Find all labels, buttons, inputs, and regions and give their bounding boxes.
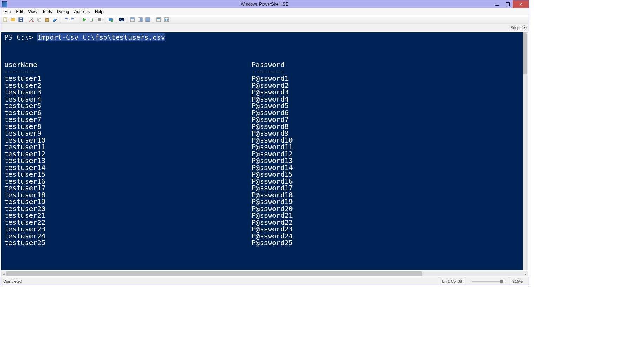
toolbar-separator: [26, 17, 26, 23]
zoom-slider[interactable]: [472, 281, 503, 282]
stop-icon[interactable]: [96, 16, 103, 23]
svg-rect-3: [20, 20, 22, 21]
titlebar: Windows PowerShell ISE: [0, 0, 529, 8]
script-pane-label: Script: [511, 26, 520, 30]
undo-icon[interactable]: [62, 16, 69, 23]
svg-rect-20: [146, 18, 150, 22]
toolbar-separator: [79, 17, 79, 23]
svg-rect-24: [165, 19, 166, 21]
svg-point-14: [111, 20, 113, 22]
clear-icon[interactable]: [51, 16, 58, 23]
console-pane[interactable]: PS C:\> Import-Csv C:\fso\testusers.csv …: [1, 32, 528, 270]
svg-rect-17: [130, 18, 134, 19]
zoom-level: 215%: [509, 277, 526, 285]
new-icon[interactable]: [2, 16, 9, 23]
svg-rect-12: [98, 18, 101, 21]
svg-rect-25: [167, 19, 168, 21]
cursor-position: Ln 1 Col 38: [439, 277, 466, 285]
console-prompt: PS C:\>: [4, 33, 37, 41]
scroll-right-arrow-icon[interactable]: ▸: [523, 271, 528, 276]
run-icon[interactable]: [81, 16, 88, 23]
toolbar-separator: [116, 17, 116, 23]
menu-view[interactable]: View: [26, 8, 40, 15]
svg-rect-19: [140, 18, 142, 22]
paste-icon[interactable]: [44, 16, 51, 23]
toolbar-separator: [105, 17, 105, 23]
save-icon[interactable]: [17, 16, 24, 23]
menu-addons[interactable]: Add-ons: [72, 8, 92, 15]
vertical-scrollbar[interactable]: [523, 32, 528, 270]
console-command-selected[interactable]: Import-Csv C:\fso\testusers.csv: [37, 33, 165, 41]
toolbar-separator: [127, 17, 127, 23]
menu-tools[interactable]: Tools: [40, 8, 54, 15]
copy-icon[interactable]: [36, 16, 43, 23]
horizontal-scrollbar[interactable]: ◂ ▸: [1, 271, 528, 276]
svg-rect-22: [157, 18, 160, 19]
app-window: Windows PowerShell ISE FileEditViewTools…: [0, 0, 529, 285]
scrollbar-thumb[interactable]: [1, 271, 422, 276]
scrollbar-thumb[interactable]: [523, 32, 527, 74]
statusbar: Completed Ln 1 Col 38 215%: [0, 277, 529, 285]
console-container: PS C:\> Import-Csv C:\fso\testusers.csv …: [0, 31, 529, 277]
open-icon[interactable]: [9, 16, 17, 23]
chevron-down-icon[interactable]: ▾: [522, 25, 527, 30]
toolbar: [0, 15, 529, 24]
status-text: Completed: [3, 279, 22, 283]
cut-icon[interactable]: [28, 16, 35, 23]
run-selection-icon[interactable]: [88, 16, 96, 23]
svg-rect-1: [5, 18, 7, 19]
powershell-app-icon: [2, 1, 7, 7]
menu-debug[interactable]: Debug: [54, 8, 72, 15]
toolbar-separator: [60, 17, 60, 23]
menu-help[interactable]: Help: [92, 8, 106, 15]
svg-rect-23: [164, 18, 169, 22]
svg-rect-10: [46, 18, 48, 19]
scroll-left-arrow-icon[interactable]: ◂: [1, 271, 6, 276]
zoom-control[interactable]: [466, 277, 509, 285]
close-button[interactable]: [513, 0, 529, 8]
powershell-icon[interactable]: [118, 16, 125, 23]
menubar: FileEditViewToolsDebugAdd-onsHelp: [0, 8, 529, 15]
pane-right-icon[interactable]: [137, 16, 144, 23]
console-output[interactable]: userName Password -------- -------- test…: [4, 55, 525, 247]
svg-rect-8: [39, 19, 41, 22]
script-pane-header[interactable]: Script ▾: [0, 24, 529, 31]
svg-rect-15: [119, 18, 124, 21]
toolbar-separator: [153, 17, 153, 23]
redo-icon[interactable]: [70, 16, 77, 23]
window-controls: [492, 0, 529, 8]
pane-max-icon[interactable]: [144, 16, 151, 23]
window-title: Windows PowerShell ISE: [0, 2, 529, 7]
minimize-button[interactable]: [492, 0, 502, 8]
menu-edit[interactable]: Edit: [13, 8, 26, 15]
pane-top-icon[interactable]: [129, 16, 136, 23]
svg-rect-4: [20, 18, 22, 19]
zoom-knob[interactable]: [500, 280, 503, 283]
command-addon-icon[interactable]: [155, 16, 162, 23]
options-icon[interactable]: [163, 16, 170, 23]
remote-icon[interactable]: [107, 16, 114, 23]
menu-file[interactable]: File: [2, 8, 13, 15]
maximize-button[interactable]: [502, 0, 513, 8]
svg-rect-21: [157, 18, 161, 22]
